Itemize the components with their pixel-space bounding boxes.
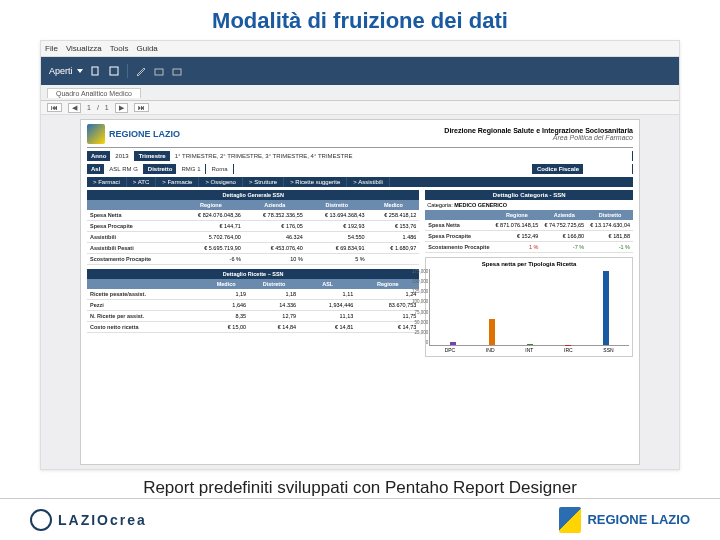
chart-title: Spesa netta per Tipologia Ricetta [429, 261, 629, 267]
pager-page: 1 [87, 104, 91, 111]
chart-bar [489, 319, 495, 345]
svg-rect-3 [173, 69, 181, 75]
tableA-title: Dettaglio Generale SSN [87, 190, 419, 200]
new-file-icon[interactable] [91, 66, 101, 76]
slide-title: Modalità di fruizione dei dati [0, 8, 720, 34]
content-area: File Visualizza Tools Guida Aperti Quadr… [0, 40, 720, 472]
chart-x-label: SSN [603, 347, 613, 353]
report-logo: REGIONE LAZIO [87, 124, 180, 144]
filter-cod-value [583, 164, 633, 174]
menubar: File Visualizza Tools Guida [41, 41, 679, 57]
table-row: Spesa Netta€ 871.076.148,15€ 74.752.725,… [425, 220, 633, 231]
export-icon[interactable] [154, 66, 164, 76]
export2-icon[interactable] [172, 66, 182, 76]
tableB-title: Dettaglio Categoria - SSN [425, 190, 633, 200]
pill-atc[interactable]: > ATC [127, 177, 156, 187]
shield-icon [87, 124, 105, 144]
edit-icon[interactable] [136, 66, 146, 76]
report-body: REGIONE LAZIO Direzione Regionale Salute… [41, 115, 679, 469]
table-row: Spesa Procapite€ 152,49€ 166,80€ 181,88 [425, 231, 633, 242]
svg-rect-2 [155, 69, 163, 75]
tableC-title: Dettaglio Ricette – SSN [87, 269, 419, 279]
chart-x-label: INT [525, 347, 533, 353]
report-page: REGIONE LAZIO Direzione Regionale Salute… [80, 119, 640, 465]
categoria-row: Categoria: MEDICO GENERICO [425, 200, 633, 210]
pager-next-icon[interactable]: ▶ [115, 103, 128, 113]
report-header: REGIONE LAZIO Direzione Regionale Salute… [87, 124, 633, 148]
pager-first-icon[interactable]: ⏮ [47, 103, 62, 112]
chart-bar [527, 344, 533, 345]
open-dropdown[interactable]: Aperti [49, 66, 83, 76]
pentaho-screenshot: File Visualizza Tools Guida Aperti Quadr… [40, 40, 680, 470]
report-header-line1: Direzione Regionale Salute e Integrazion… [444, 127, 633, 134]
table-row: Costo netto ricetta€ 15,00€ 14,84€ 14,81… [87, 322, 419, 333]
pill-strutture[interactable]: > Strutture [243, 177, 284, 187]
filter-trim-label: Trimestre [135, 151, 170, 161]
nav-pills: > Farmaci > ATC > Farmacie > Ossigeno > … [87, 177, 633, 187]
pager-sep: / [97, 104, 99, 111]
svg-rect-1 [110, 67, 118, 75]
chart-x-label: IRC [564, 347, 573, 353]
footer-logo-regione: REGIONE LAZIO [559, 507, 690, 533]
svg-rect-0 [92, 67, 98, 75]
filter-anno-label: Anno [87, 151, 110, 161]
tab-report[interactable]: Quadro Analitico Medico [47, 88, 141, 98]
toolbar: Aperti [41, 57, 679, 85]
tab-strip: Quadro Analitico Medico [41, 85, 679, 101]
menu-view[interactable]: Visualizza [66, 44, 102, 53]
pill-ricette[interactable]: > Ricette suggerite [284, 177, 347, 187]
menu-help[interactable]: Guida [136, 44, 157, 53]
pager-prev-icon[interactable]: ◀ [68, 103, 81, 113]
table-row: Assistibili Pesati€ 5.695.719,90€ 453.07… [87, 243, 419, 254]
chart-spesa-netta: Spesa netta per Tipologia Ricetta 175,00… [425, 257, 633, 357]
filter-com-value: Roma [206, 164, 233, 174]
filter-dist-label: Distretto [144, 164, 177, 174]
regione-shield-icon [559, 507, 581, 533]
filter-asl-label: Asl [87, 164, 104, 174]
chart-x-label: IND [486, 347, 495, 353]
table-dettaglio-ricette: Dettaglio Ricette – SSN Medico Distretto… [87, 269, 419, 333]
table-row: Scostamento Procapite-6 %10 %5 % [87, 254, 419, 265]
pager-bar: ⏮ ◀ 1 / 1 ▶ ⏭ [41, 101, 679, 115]
report-logo-text: REGIONE LAZIO [109, 129, 180, 139]
table-row: Scostamento Procapite1 %-7 %-1 % [425, 242, 633, 253]
table-row: Spesa Netta€ 824.076.048,36€ 78.352.336,… [87, 210, 419, 221]
filter-trim-value: 1° TRIMESTRE, 2° TRIMESTRE, 3° TRIMESTRE… [170, 151, 633, 161]
menu-file[interactable]: File [45, 44, 58, 53]
save-icon[interactable] [109, 66, 119, 76]
pill-ossigeno[interactable]: > Ossigeno [199, 177, 243, 187]
table-dettaglio-generale: Dettaglio Generale SSN Regione Azienda D… [87, 190, 419, 265]
filter-row-1: Anno 2013 Trimestre 1° TRIMESTRE, 2° TRI… [87, 151, 633, 161]
slide-caption: Report predefiniti sviluppati con Pentah… [0, 478, 720, 498]
pill-assistibili[interactable]: > Assistibili [347, 177, 390, 187]
slide-footer: LAZIOcrea REGIONE LAZIO [0, 498, 720, 540]
menu-tools[interactable]: Tools [110, 44, 129, 53]
chart-bar [450, 342, 456, 345]
pager-total: 1 [105, 104, 109, 111]
chart-bar [603, 271, 609, 345]
pill-farmacie[interactable]: > Farmacie [156, 177, 199, 187]
chevron-down-icon [77, 69, 83, 73]
table-row: Spesa Procapite€ 144,71€ 176,05€ 192,93€… [87, 221, 419, 232]
chart-x-label: DPC [445, 347, 456, 353]
laziocrea-icon [30, 509, 52, 531]
toolbar-divider [127, 64, 128, 78]
filter-anno-value: 2013 [110, 151, 134, 161]
table-row: Pezzi1,64614.3361,934,44683.670,753 [87, 300, 419, 311]
table-row: Assistibili5.702.764,0046.32454.5501.486 [87, 232, 419, 243]
chart-plot-area: 175,000150,000125,000100,00075,00050,000… [429, 269, 629, 346]
filter-asl-value: ASL RM G [104, 164, 143, 174]
table-dettaglio-categoria: Dettaglio Categoria - SSN Categoria: MED… [425, 190, 633, 253]
report-header-line2: Area Politica del Farmaco [444, 134, 633, 141]
chart-x-axis: DPCINDINTIRCSSN [429, 346, 629, 353]
pill-farmaci[interactable]: > Farmaci [87, 177, 127, 187]
pager-last-icon[interactable]: ⏭ [134, 103, 149, 112]
filter-dist-value: RMG 1 [176, 164, 206, 174]
table-row: N. Ricette per assist.8,3512,7911,1311,7… [87, 311, 419, 322]
footer-logo-laziocrea: LAZIOcrea [30, 509, 147, 531]
filter-blank [234, 164, 533, 174]
filter-cod-label: Codice Fiscale [533, 164, 583, 174]
filter-row-2: Asl ASL RM G Distretto RMG 1 Roma Codice… [87, 164, 633, 174]
table-row: Ricette pesate/assist.1,191,181,111,24 [87, 289, 419, 300]
